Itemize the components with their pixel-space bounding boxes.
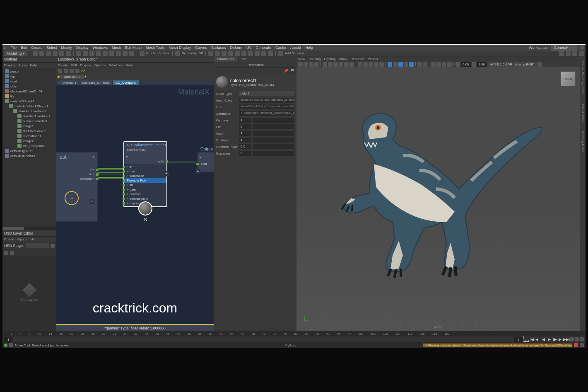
script-lang[interactable]: Python xyxy=(285,344,296,347)
breadcrumb-item[interactable]: standard_surface1 xyxy=(80,80,112,85)
param-slider[interactable] xyxy=(253,151,294,156)
menu-create[interactable]: Create xyxy=(31,46,42,50)
menu-editmesh[interactable]: Edit Mesh xyxy=(125,46,142,50)
error-icon[interactable] xyxy=(574,343,578,347)
shelf-icon[interactable] xyxy=(33,51,38,56)
param-slider[interactable] xyxy=(253,124,294,129)
port-in[interactable]: + saturation xyxy=(124,174,166,178)
vp-menu-lighting[interactable]: Lighting xyxy=(324,57,336,61)
outliner-item[interactable]: materialXStackShape1 xyxy=(3,104,55,109)
vp-icon[interactable] xyxy=(423,62,427,67)
vp-menu-renderer[interactable]: Renderer xyxy=(351,57,364,61)
vp-icon[interactable] xyxy=(398,62,403,67)
port-in[interactable]: Promote Port xyxy=(124,178,166,183)
workspace-icon[interactable] xyxy=(580,46,584,50)
menu-uv[interactable]: UV xyxy=(246,46,252,50)
step-back-icon[interactable]: |◀ xyxy=(529,337,534,342)
menu-mesh[interactable]: Mesh xyxy=(112,46,121,50)
param-slider[interactable] xyxy=(253,118,294,123)
tab-attributeeditor[interactable]: Attribute Editor xyxy=(581,104,584,123)
outliner-item[interactable]: side xyxy=(3,84,55,89)
param-value[interactable]: 1 xyxy=(239,138,251,143)
shelf-icon[interactable] xyxy=(76,51,81,56)
magnet-icon[interactable] xyxy=(140,51,145,56)
outliner-item[interactable]: image2 xyxy=(3,138,55,143)
menu-help[interactable]: Help xyxy=(305,46,313,50)
shelf-icon[interactable] xyxy=(572,51,577,56)
param-dropdown[interactable]: color3 xyxy=(239,91,294,96)
param-slider[interactable] xyxy=(253,144,294,149)
outliner-item[interactable]: CC_Compund xyxy=(3,143,55,148)
outliner-item[interactable]: light xyxy=(3,94,55,99)
menu-windows[interactable]: Windows xyxy=(93,46,108,50)
shelf-icon[interactable] xyxy=(559,51,564,56)
vp-icon[interactable] xyxy=(298,62,303,67)
menu-surfaces[interactable]: Surfaces xyxy=(211,46,226,50)
prev-key-icon[interactable]: ◀| xyxy=(535,337,540,342)
param-value[interactable]: 0 xyxy=(239,151,251,156)
menu-curves[interactable]: Curves xyxy=(195,46,207,50)
shelf-icon[interactable] xyxy=(46,51,51,56)
vp-menu-show[interactable]: Show xyxy=(339,57,347,61)
outliner-item[interactable]: persp xyxy=(3,69,55,74)
graph-tab[interactable]: Untitled 1 × xyxy=(60,75,84,79)
graph-menu-help[interactable]: Help xyxy=(126,63,133,67)
usd-stage-dropdown[interactable] xyxy=(26,243,49,248)
outliner-item[interactable]: defaultLightSet xyxy=(3,148,55,153)
param-value[interactable]: 0 xyxy=(239,124,251,129)
outliner-item[interactable]: image1 xyxy=(3,123,55,128)
shelf-icon[interactable] xyxy=(208,51,213,56)
shelf-icon[interactable] xyxy=(566,51,571,56)
frame-current[interactable]: 1 xyxy=(514,337,523,342)
vp-icon[interactable] xyxy=(431,62,436,67)
usd-menu-help[interactable]: Help xyxy=(31,237,37,241)
outliner-scrollbar[interactable] xyxy=(2,227,56,230)
usd-pin-icon[interactable] xyxy=(51,244,55,248)
param-value[interactable]: 1 xyxy=(239,131,251,136)
mode-dropdown[interactable]: Modeling ▾ xyxy=(4,51,27,56)
forward-end-icon[interactable]: ▶▶| xyxy=(564,337,569,342)
script-editor-icon[interactable] xyxy=(580,343,584,347)
schema-label[interactable]: Add Schema xyxy=(285,51,304,55)
port-out[interactable]: in + xyxy=(56,167,97,172)
shelf-icon[interactable] xyxy=(96,51,101,56)
exposure-icon[interactable] xyxy=(455,62,460,67)
vp-icon[interactable] xyxy=(388,62,392,67)
outliner-item[interactable]: materialXStack1 xyxy=(3,99,55,104)
port-in[interactable]: + lift xyxy=(124,183,166,187)
usd-add-icon[interactable] xyxy=(4,251,8,255)
shelf-icon[interactable] xyxy=(248,51,253,56)
colorcorrect-node[interactable]: ND_colorcorrect_color3 colorcorrect1 ▾ ⋮… xyxy=(123,141,167,207)
outliner-item[interactable]: standard_surface1 xyxy=(3,109,55,114)
axis-gizmo[interactable] xyxy=(301,314,309,322)
avatar-icon[interactable] xyxy=(278,51,283,56)
param-value[interactable]: 1 xyxy=(239,118,251,123)
graph-menu-edit[interactable]: Edit xyxy=(71,63,77,67)
usd-load-icon[interactable] xyxy=(10,251,14,255)
frame-start[interactable]: 1 xyxy=(4,337,12,342)
port-in[interactable]: + in xyxy=(124,165,166,169)
vp-icon[interactable] xyxy=(436,62,441,67)
port-out[interactable]: out + xyxy=(124,159,166,164)
shelf-icon[interactable] xyxy=(59,51,64,56)
port-in[interactable]: + gain xyxy=(124,187,166,192)
tab-modelingtoolkit[interactable]: Modeling Toolkit xyxy=(581,131,584,152)
viewport-3d[interactable]: RIGHT persp xyxy=(296,67,580,331)
graph-tool-icon[interactable] xyxy=(70,69,74,73)
shelf-icon[interactable] xyxy=(255,51,260,56)
vp-icon[interactable] xyxy=(447,62,452,67)
tab-parameters[interactable]: Parameters xyxy=(214,56,237,62)
vp-icon[interactable] xyxy=(417,62,422,67)
graph-menu-create[interactable]: Create xyxy=(58,63,68,67)
node-graph-canvas[interactable]: MaterialX out ⋮ in + hue saturation + xyxy=(56,85,214,331)
param-slider[interactable] xyxy=(253,138,294,143)
vp-icon[interactable] xyxy=(323,62,327,67)
loop-icon[interactable] xyxy=(570,337,574,341)
port-in[interactable]: + contrast xyxy=(124,192,166,196)
rewind-start-icon[interactable]: |◀◀ xyxy=(523,337,528,342)
symmetry-label[interactable]: Symmetry: Off xyxy=(182,51,203,55)
play-back-icon[interactable]: ◀ xyxy=(541,337,546,342)
home-icon[interactable]: ⌂ xyxy=(4,46,6,50)
graph-menu-options[interactable]: Options xyxy=(94,63,106,67)
menu-deform[interactable]: Deform xyxy=(230,46,243,50)
